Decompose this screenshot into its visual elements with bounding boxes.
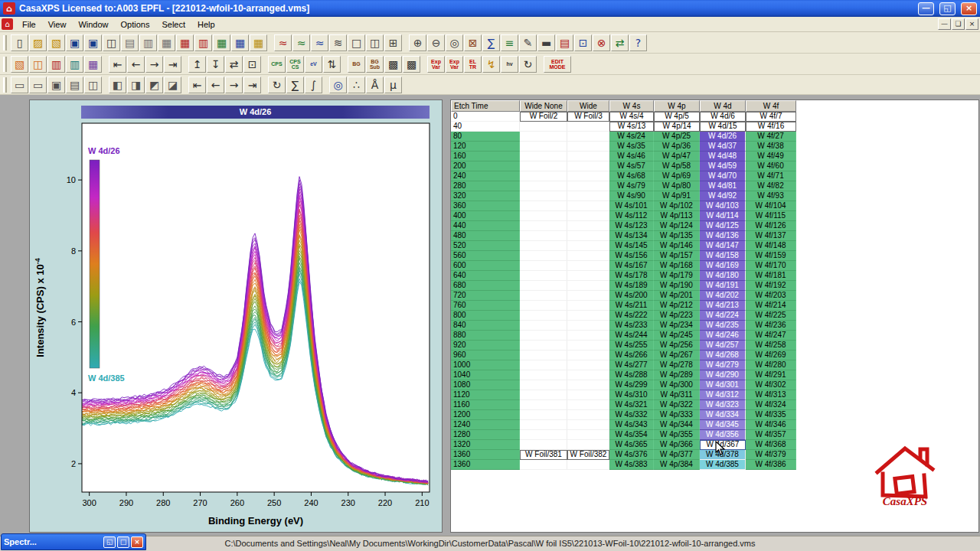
block-cell[interactable] (567, 331, 609, 341)
etch-time-cell[interactable]: 440 (451, 221, 520, 231)
zoom-in-button[interactable]: ⊕ (409, 34, 426, 51)
page-prev-button[interactable]: ← (207, 77, 224, 93)
block-cell[interactable]: W 4p/278 (654, 360, 700, 370)
view-5-button[interactable]: ◫ (84, 77, 102, 93)
new-file-button[interactable]: ▯ (11, 34, 28, 51)
nav-last-button[interactable]: ⇥ (164, 56, 181, 73)
block-cell[interactable]: W 4d/378 (700, 450, 746, 460)
block-cell[interactable]: W 4f/104 (746, 201, 796, 211)
block-cell[interactable]: W 4p/91 (654, 191, 700, 201)
quantify-button[interactable]: ∑ (482, 34, 500, 51)
block-cell[interactable]: W 4f/159 (746, 251, 796, 261)
micro-button[interactable]: µ (384, 77, 402, 93)
block-cell[interactable]: W 4s/112 (609, 211, 654, 221)
toolbar-grip[interactable] (3, 35, 7, 51)
block-cell[interactable]: W 4s/101 (609, 201, 654, 211)
lightning-button[interactable]: ↯ (482, 56, 500, 73)
block-cell[interactable] (520, 370, 567, 380)
block-cell[interactable]: W 4p/80 (654, 181, 700, 191)
block-cell[interactable]: W 4f/38 (746, 142, 796, 152)
menu-window[interactable]: Window (72, 18, 114, 31)
spectra-plot[interactable]: 300290280270260250240230220210246810Bind… (30, 120, 443, 533)
block-cell[interactable]: W 4s/365 (609, 440, 654, 450)
block-cell[interactable]: W 4f/379 (746, 450, 796, 460)
block-cell[interactable]: W 4f/49 (746, 152, 796, 161)
block-cell[interactable]: W 4d/290 (700, 370, 746, 380)
nav-prev-button[interactable]: ← (127, 56, 145, 73)
block-cell[interactable]: W 4s/134 (609, 231, 654, 241)
block-cell[interactable]: W 4f/357 (746, 430, 796, 440)
block-cell[interactable]: W 4d/356 (700, 430, 746, 440)
orange-block-button[interactable]: ▧ (11, 56, 28, 73)
etch-time-cell[interactable]: 600 (451, 261, 520, 271)
block-cell[interactable]: W 4d/26 (700, 132, 746, 142)
block-cell[interactable] (520, 171, 567, 181)
nav-next-button[interactable]: → (145, 56, 163, 73)
view-2-button[interactable]: ▭ (29, 77, 47, 93)
cps-cs-scale-button[interactable]: CPSCS (286, 56, 304, 73)
block-cell[interactable] (520, 231, 567, 241)
etch-time-cell[interactable]: 1160 (451, 400, 520, 410)
block-cell[interactable]: W 4p/168 (654, 261, 700, 271)
spectrum-blue-button[interactable]: ≈ (311, 34, 328, 51)
purple-block-button[interactable]: ▦ (84, 56, 102, 73)
red-book-button[interactable]: ▥ (47, 56, 65, 73)
block-cell[interactable]: W 4p/179 (654, 271, 700, 281)
block-cell[interactable]: W 4f/313 (746, 390, 796, 400)
block-cell[interactable]: W 4f/82 (746, 181, 796, 191)
block-cell[interactable] (520, 191, 567, 201)
etch-time-cell[interactable]: 1360 (451, 450, 520, 460)
block-cell[interactable] (567, 251, 609, 261)
block-cell[interactable]: W 4d/257 (700, 341, 746, 350)
block-cell[interactable]: W 4p/47 (654, 152, 700, 161)
etch-time-cell[interactable]: 880 (451, 331, 520, 341)
menu-help[interactable]: Help (191, 18, 221, 31)
block-cell[interactable] (567, 420, 609, 430)
block-red-2-button[interactable]: ▥ (194, 34, 212, 51)
page-first-button[interactable]: ⇤ (188, 77, 206, 93)
block-cell[interactable]: W 4d/70 (700, 171, 746, 181)
etch-time-cell[interactable]: 80 (451, 132, 520, 142)
block-cell[interactable]: W 4d/59 (700, 161, 746, 171)
block-cell[interactable] (520, 201, 567, 211)
block-cell[interactable]: W 4s/376 (609, 450, 654, 460)
etch-time-cell[interactable]: 160 (451, 152, 520, 161)
block-cell[interactable] (520, 152, 567, 161)
block-cell[interactable] (567, 410, 609, 420)
display-tile-title[interactable]: W 4d/26 (81, 106, 430, 119)
block-cell[interactable] (567, 171, 609, 181)
block-cell[interactable] (520, 430, 567, 440)
block-cell[interactable]: W 4d/180 (700, 271, 746, 281)
mdi-minimize-button[interactable]: — (938, 18, 951, 30)
spectrum-green-button[interactable]: ≈ (292, 34, 310, 51)
block-cell[interactable] (567, 430, 609, 440)
block-cell[interactable]: W 4p/201 (654, 291, 700, 301)
block-cell[interactable]: W 4s/90 (609, 191, 654, 201)
page-grid-button[interactable]: ▦ (158, 34, 175, 51)
block-cell[interactable]: W 4d/224 (700, 311, 746, 321)
block-cell[interactable]: W 4f/16 (746, 122, 796, 132)
block-cell[interactable]: W 4p/256 (654, 341, 700, 350)
block-cell[interactable]: W 4s/13 (609, 122, 654, 132)
block-cell[interactable] (520, 271, 567, 281)
block-red-button[interactable]: ▦ (176, 34, 194, 51)
block-cell[interactable]: W 4p/190 (654, 281, 700, 291)
block-cell[interactable] (520, 360, 567, 370)
block-cell[interactable] (520, 341, 567, 350)
block-cell[interactable] (520, 460, 567, 470)
block-cell[interactable]: W 4p/212 (654, 301, 700, 311)
block-cell[interactable] (567, 370, 609, 380)
delete-block-button[interactable]: ⊗ (593, 34, 610, 51)
block-cell[interactable] (520, 161, 567, 171)
cascade-pages-button[interactable]: ◫ (29, 56, 47, 73)
block-cell[interactable] (567, 281, 609, 291)
page-single-button[interactable]: ▤ (121, 34, 139, 51)
save-button[interactable]: ▣ (66, 34, 83, 51)
block-cell[interactable] (520, 390, 567, 400)
split-left-button[interactable]: ◧ (109, 77, 126, 93)
angstrom-button[interactable]: Å (366, 77, 384, 93)
block-cell[interactable] (520, 350, 567, 360)
block-cell[interactable]: W 4p/58 (654, 161, 700, 171)
block-cell[interactable]: W 4d/114 (700, 211, 746, 221)
block-cell[interactable] (567, 350, 609, 360)
